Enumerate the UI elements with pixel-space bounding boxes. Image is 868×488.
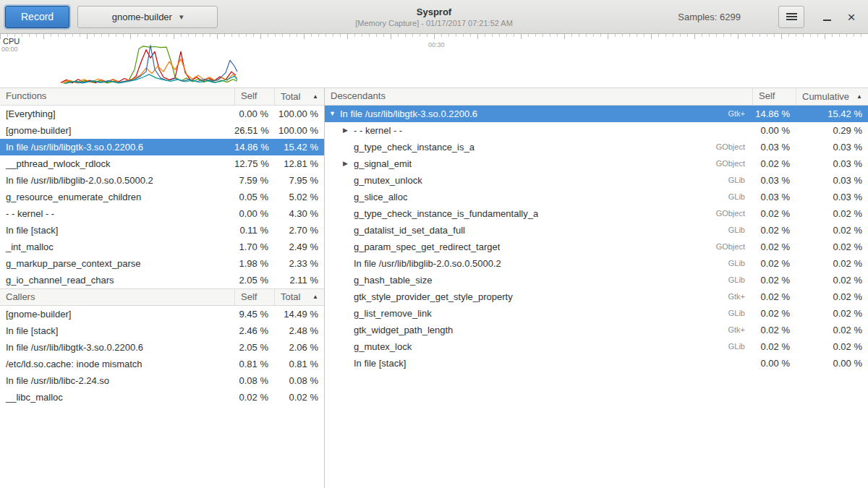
tree-expander-icon[interactable]: ▶ bbox=[343, 122, 352, 139]
descendant-row[interactable]: g_mutex_lockGLib0.02 %0.02 % bbox=[325, 338, 868, 355]
function-name: [gnome-builder] bbox=[0, 122, 234, 139]
time-label-start: 00:00 bbox=[1, 46, 18, 53]
function-row[interactable]: g_io_channel_read_chars2.05 %2.11 % bbox=[0, 272, 324, 288]
function-row[interactable]: g_markup_parse_context_parse1.98 %2.33 % bbox=[0, 255, 324, 272]
function-name: g_mutex_unlock bbox=[354, 172, 422, 189]
cumulative-value: 0.02 % bbox=[796, 272, 868, 288]
column-header-total[interactable]: Total ▲ bbox=[274, 289, 324, 305]
function-row[interactable]: __pthread_rwlock_rdlock12.75 %12.81 % bbox=[0, 155, 324, 172]
descendant-row[interactable]: g_param_spec_get_redirect_targetGObject0… bbox=[325, 239, 868, 255]
self-value: 0.02 % bbox=[752, 222, 796, 239]
self-value: 14.86 % bbox=[752, 106, 796, 122]
self-value: 0.02 % bbox=[752, 305, 796, 322]
self-value: 0.03 % bbox=[752, 189, 796, 205]
descendant-row[interactable]: In file /usr/lib/libglib-2.0.so.0.5000.2… bbox=[325, 255, 868, 272]
caller-row[interactable]: /etc/ld.so.cache: inode mismatch0.81 %0.… bbox=[0, 356, 324, 372]
total-value: 2.33 % bbox=[274, 255, 324, 272]
hamburger-icon bbox=[786, 13, 797, 14]
descendant-name-cell: g_mutex_lockGLib bbox=[325, 338, 752, 355]
self-value: 0.00 % bbox=[752, 355, 796, 372]
descendants-header-row: Descendants Self Cumulative ▲ bbox=[325, 88, 868, 106]
caller-row[interactable]: In file [stack]2.46 %2.48 % bbox=[0, 322, 324, 339]
function-name: gtk_style_provider_get_style_property bbox=[354, 288, 513, 305]
self-value: 0.00 % bbox=[752, 122, 796, 139]
descendant-row[interactable]: g_mutex_unlockGLib0.03 %0.03 % bbox=[325, 172, 868, 189]
callers-table-body: [gnome-builder]9.45 %14.49 %In file [sta… bbox=[0, 306, 324, 406]
caller-row[interactable]: [gnome-builder]9.45 %14.49 % bbox=[0, 306, 324, 322]
descendant-row[interactable]: g_hash_table_sizeGLib0.02 %0.02 % bbox=[325, 272, 868, 288]
function-name: In file /usr/lib/libglib-2.0.so.0.5000.2 bbox=[354, 255, 501, 272]
function-name: In file [stack] bbox=[0, 222, 234, 239]
app-title: Sysprof bbox=[417, 7, 451, 17]
menu-button[interactable] bbox=[778, 6, 804, 28]
tree-expander-icon[interactable]: ▼ bbox=[329, 106, 339, 122]
function-row[interactable]: [Everything]0.00 %100.00 % bbox=[0, 106, 324, 122]
descendant-row[interactable]: g_slice_allocGLib0.03 %0.03 % bbox=[325, 189, 868, 205]
descendant-name-cell: g_slice_allocGLib bbox=[325, 189, 752, 205]
column-header-self[interactable]: Self bbox=[234, 289, 274, 305]
descendant-row[interactable]: ▼In file /usr/lib/libgtk-3.so.0.2200.6Gt… bbox=[325, 106, 868, 122]
tree-expander-icon[interactable]: ▶ bbox=[343, 155, 352, 172]
column-header-total[interactable]: Total ▲ bbox=[274, 88, 324, 105]
self-value: 0.03 % bbox=[752, 139, 796, 155]
target-selector[interactable]: gnome-builder ▾ bbox=[77, 6, 218, 28]
function-name: In file /usr/lib/libc-2.24.so bbox=[0, 372, 234, 389]
sort-arrow-icon: ▲ bbox=[856, 89, 862, 105]
cpu-timeline[interactable]: CPU 00:00 00:30 bbox=[0, 34, 868, 88]
function-row[interactable]: - - kernel - -0.00 %4.30 % bbox=[0, 205, 324, 222]
function-name: g_type_check_instance_is_a bbox=[354, 139, 475, 155]
descendant-row[interactable]: g_type_check_instance_is_fundamentally_a… bbox=[325, 205, 868, 222]
column-header-self[interactable]: Self bbox=[234, 88, 274, 105]
descendant-row[interactable]: ▶g_signal_emitGObject0.02 %0.03 % bbox=[325, 155, 868, 172]
caller-row[interactable]: __libc_malloc0.02 %0.02 % bbox=[0, 389, 324, 406]
self-value: 0.00 % bbox=[234, 205, 274, 222]
function-row[interactable]: In file /usr/lib/libgtk-3.so.0.2200.614.… bbox=[0, 139, 324, 155]
descendant-row[interactable]: g_list_remove_linkGLib0.02 %0.02 % bbox=[325, 305, 868, 322]
minimize-button[interactable] bbox=[814, 4, 839, 29]
column-header-callers[interactable]: Callers bbox=[0, 289, 234, 305]
descendant-row[interactable]: In file [stack]0.00 %0.00 % bbox=[325, 355, 868, 372]
function-name: g_hash_table_size bbox=[354, 272, 432, 288]
callers-panel: Callers Self Total ▲ [gnome-builder]9.45… bbox=[0, 288, 324, 488]
descendant-row[interactable]: ▶- - kernel - -0.00 %0.29 % bbox=[325, 122, 868, 139]
total-value: 0.02 % bbox=[274, 389, 324, 406]
left-pane: Functions Self Total ▲ [Everything]0.00 … bbox=[0, 88, 325, 488]
self-value: 14.86 % bbox=[234, 139, 274, 155]
function-row[interactable]: _int_malloc1.70 %2.49 % bbox=[0, 239, 324, 255]
cumulative-value: 0.03 % bbox=[796, 189, 868, 205]
total-value: 4.30 % bbox=[274, 205, 324, 222]
descendant-name-cell: g_type_check_instance_is_fundamentally_a… bbox=[325, 205, 752, 222]
library-category-badge: GObject bbox=[709, 239, 752, 255]
function-row[interactable]: In file /usr/lib/libglib-2.0.so.0.5000.2… bbox=[0, 172, 324, 189]
self-value: 12.75 % bbox=[234, 155, 274, 172]
cpu-series-cpu-red bbox=[61, 50, 236, 83]
function-row[interactable]: In file [stack]0.11 %2.70 % bbox=[0, 222, 324, 239]
cumulative-value: 0.03 % bbox=[796, 172, 868, 189]
column-header-descendants[interactable]: Descendants bbox=[325, 88, 752, 105]
library-category-badge: GLib bbox=[721, 222, 752, 239]
column-header-cumulative[interactable]: Cumulative ▲ bbox=[796, 88, 868, 105]
close-button[interactable]: × bbox=[839, 4, 864, 29]
self-value: 0.02 % bbox=[752, 205, 796, 222]
function-name: - - kernel - - bbox=[0, 205, 234, 222]
caller-row[interactable]: In file /usr/lib/libc-2.24.so0.08 %0.08 … bbox=[0, 372, 324, 389]
descendant-row[interactable]: gtk_widget_path_lengthGtk+0.02 %0.02 % bbox=[325, 322, 868, 338]
function-row[interactable]: g_resource_enumerate_children0.05 %5.02 … bbox=[0, 189, 324, 205]
function-row[interactable]: [gnome-builder]26.51 %100.00 % bbox=[0, 122, 324, 139]
record-button[interactable]: Record bbox=[5, 6, 69, 28]
self-value: 0.11 % bbox=[234, 222, 274, 239]
column-header-self[interactable]: Self bbox=[752, 88, 796, 105]
column-header-functions[interactable]: Functions bbox=[0, 88, 234, 105]
descendant-row[interactable]: g_type_check_instance_is_aGObject0.03 %0… bbox=[325, 139, 868, 155]
self-value: 2.05 % bbox=[234, 272, 274, 288]
caller-row[interactable]: In file /usr/lib/libgtk-3.so.0.2200.62.0… bbox=[0, 339, 324, 356]
library-category-badge: Gtk+ bbox=[720, 322, 752, 338]
headerbar: Record gnome-builder ▾ Sysprof [Memory C… bbox=[0, 0, 868, 34]
descendant-row[interactable]: g_datalist_id_set_data_fullGLib0.02 %0.0… bbox=[325, 222, 868, 239]
function-name: g_resource_enumerate_children bbox=[0, 189, 234, 205]
chevron-down-icon: ▾ bbox=[179, 12, 184, 22]
total-value: 12.81 % bbox=[274, 155, 324, 172]
descendant-row[interactable]: gtk_style_provider_get_style_propertyGtk… bbox=[325, 288, 868, 305]
cumulative-value: 0.02 % bbox=[796, 205, 868, 222]
cpu-label: CPU bbox=[3, 37, 20, 46]
